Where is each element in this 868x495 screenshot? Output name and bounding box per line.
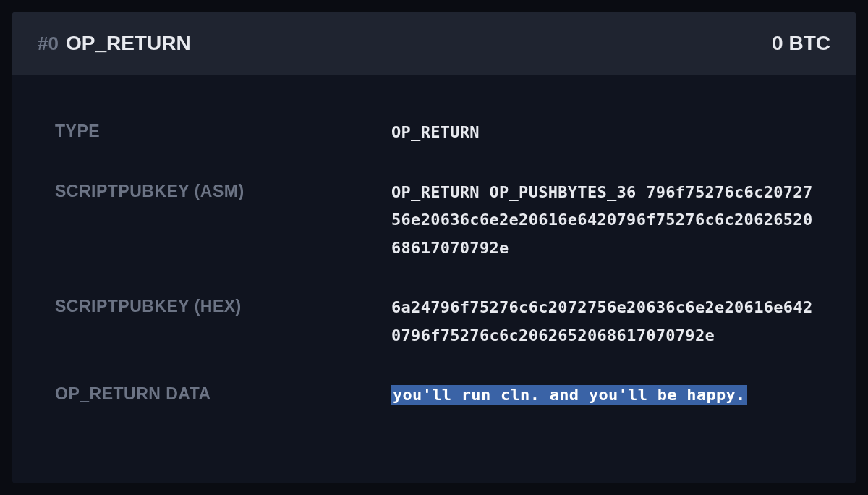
value-type[interactable]: OP_RETURN — [391, 119, 480, 147]
output-header-left: #0 OP_RETURN — [38, 32, 191, 55]
value-op-return-data-wrap: you'll run cln. and you'll be happy. — [391, 381, 747, 410]
value-scriptpubkey-asm[interactable]: OP_RETURN OP_PUSHBYTES_36 796f75276c6c20… — [391, 179, 822, 263]
output-amount: 0 BTC — [772, 32, 830, 55]
row-scriptpubkey-asm: SCRIPTPUBKEY (ASM) OP_RETURN OP_PUSHBYTE… — [55, 179, 822, 263]
output-index: #0 — [38, 33, 59, 55]
row-op-return-data: OP_RETURN DATA you'll run cln. and you'l… — [55, 381, 822, 410]
row-type: TYPE OP_RETURN — [55, 119, 822, 147]
label-type: TYPE — [55, 119, 391, 147]
row-scriptpubkey-hex: SCRIPTPUBKEY (HEX) 6a24796f75276c6c20727… — [55, 294, 822, 350]
label-op-return-data: OP_RETURN DATA — [55, 381, 391, 410]
output-title: OP_RETURN — [66, 32, 191, 55]
value-op-return-data[interactable]: you'll run cln. and you'll be happy. — [391, 385, 747, 405]
value-scriptpubkey-hex[interactable]: 6a24796f75276c6c2072756e20636c6e2e20616e… — [391, 294, 822, 350]
output-panel: #0 OP_RETURN 0 BTC TYPE OP_RETURN SCRIPT… — [12, 12, 856, 483]
label-scriptpubkey-hex: SCRIPTPUBKEY (HEX) — [55, 294, 391, 350]
output-header: #0 OP_RETURN 0 BTC — [12, 12, 856, 75]
label-scriptpubkey-asm: SCRIPTPUBKEY (ASM) — [55, 179, 391, 263]
output-body: TYPE OP_RETURN SCRIPTPUBKEY (ASM) OP_RET… — [12, 75, 856, 470]
